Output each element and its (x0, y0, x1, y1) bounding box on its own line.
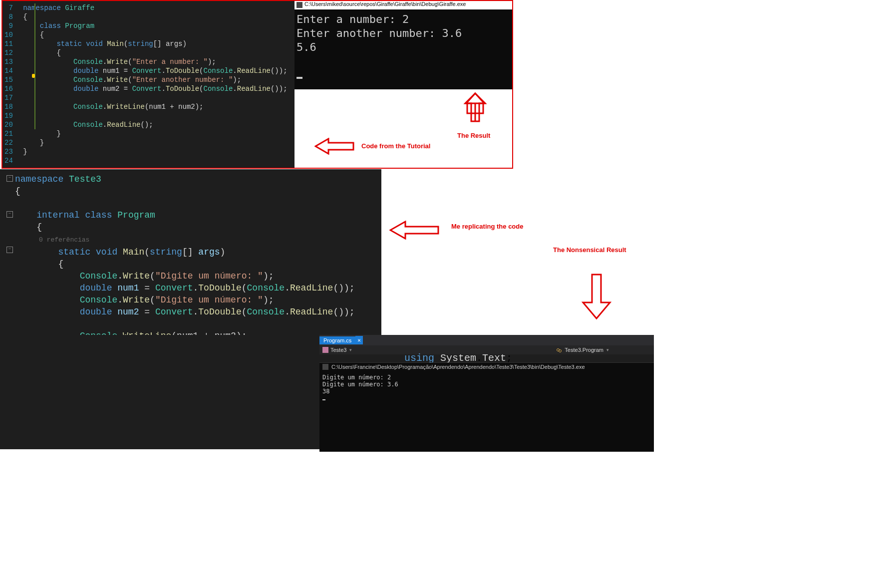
line-number: 9 (4, 21, 13, 30)
editor-tab-row: Program.cs ✕ (319, 335, 654, 345)
tab-close-button[interactable]: ✕ (355, 336, 363, 344)
line-number: 24 (4, 156, 13, 165)
console-line: Enter another number: 3.6 (296, 27, 462, 39)
line-number: 21 (4, 129, 13, 138)
line-number: 22 (4, 138, 13, 147)
arrow-left-icon (389, 221, 439, 240)
arrow-down-icon (579, 274, 614, 319)
line-number: 10 (4, 30, 13, 39)
editor-background (0, 335, 319, 449)
breadcrumb-project[interactable]: Teste3 (319, 347, 352, 353)
line-number: 19 (4, 111, 13, 120)
code-lens-references[interactable]: 0 referências (39, 236, 89, 244)
breadcrumb-class[interactable]: Teste3.Program (557, 347, 609, 353)
cursor-icon (322, 399, 325, 400)
line-number-gutter: 7 8 9 10 11 12 13 14 15 16 17 18 19 20 2… (2, 1, 17, 168)
annotation-replicating: Me replicating the code (451, 223, 523, 230)
line-number: 8 (4, 12, 13, 21)
console-title-bar[interactable]: C:\Users\Francine\Desktop\Programação\Ap… (319, 362, 654, 372)
fold-icon[interactable]: − (6, 211, 13, 218)
console-line: Digite um número: 3.6 (322, 381, 398, 388)
code-peek-line: using System.Text; (319, 354, 654, 362)
code-content[interactable]: namespace Giraffe { class Program { stat… (17, 1, 295, 168)
annotation-tutorial: Code from the Tutorial (361, 142, 430, 150)
my-console-panel: Program.cs ✕ Teste3 Teste3.Program using… (319, 335, 654, 450)
line-number: 23 (4, 147, 13, 156)
line-number: 11 (4, 39, 13, 48)
class-icon (557, 347, 563, 352)
arrow-up-icon (461, 91, 489, 122)
console-line: Enter a number: 2 (296, 13, 409, 25)
arrow-left-icon (314, 138, 354, 155)
tutorial-code-editor: 7 8 9 10 11 12 13 14 15 16 17 18 19 20 2… (1, 0, 296, 169)
cursor-icon (296, 77, 302, 79)
fold-icon[interactable]: − (6, 175, 13, 182)
annotation-result: The Result (457, 132, 490, 139)
console-line: 38 (322, 388, 329, 395)
line-number: 15 (4, 75, 13, 84)
tab-program-cs[interactable]: Program.cs (319, 336, 355, 344)
annotation-nonsensical: The Nonsensical Result (553, 246, 626, 254)
line-number: 16 (4, 84, 13, 93)
console-output: Digite um número: 2 Digite um número: 3.… (319, 372, 654, 452)
line-number: 7 (4, 3, 13, 12)
console-title-bar[interactable]: C:\Users\miked\source\repos\Giraffe\Gira… (295, 1, 512, 9)
fold-icon[interactable]: − (6, 247, 13, 253)
console-output: Enter a number: 2 Enter another number: … (295, 9, 512, 89)
line-number: 14 (4, 66, 13, 75)
console-line: 5.6 (296, 41, 316, 53)
csharp-project-icon (322, 347, 328, 353)
console-line: Digite um número: 2 (322, 374, 391, 381)
line-number: 13 (4, 57, 13, 66)
line-number: 12 (4, 48, 13, 57)
lightbulb-icon[interactable] (32, 74, 35, 78)
line-number: 17 (4, 93, 13, 102)
line-number: 20 (4, 120, 13, 129)
line-number: 18 (4, 102, 13, 111)
